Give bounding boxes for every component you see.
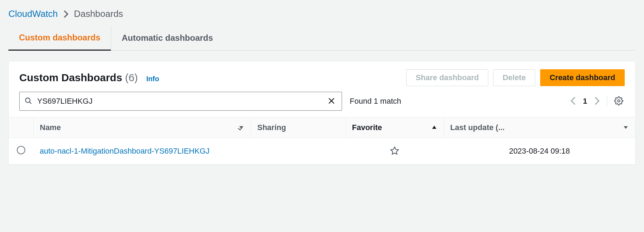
chevron-right-icon — [63, 10, 68, 18]
sort-both-icon — [623, 124, 629, 131]
row-last-update-cell: 2023-08-24 09:18 — [444, 138, 635, 165]
create-dashboard-button[interactable]: Create dashboard — [540, 69, 625, 86]
sort-name-button[interactable] — [237, 124, 244, 131]
column-select — [9, 117, 33, 138]
table-row: auto-nacl-1-MitigationDashboard-YS697LIE… — [9, 138, 635, 165]
sort-asc-icon — [431, 124, 437, 131]
dashboard-name-link[interactable]: auto-nacl-1-MitigationDashboard-YS697LIE… — [40, 147, 209, 155]
svg-point-4 — [618, 99, 620, 102]
row-sharing-cell — [251, 138, 346, 165]
info-link[interactable]: Info — [146, 75, 159, 83]
sort-both-icon — [237, 124, 244, 131]
column-name[interactable]: Name — [33, 117, 251, 138]
favorite-toggle[interactable] — [390, 146, 399, 156]
clear-search-button[interactable] — [326, 96, 337, 107]
panel-title: Custom Dashboards — [19, 72, 122, 84]
table-settings-button[interactable] — [613, 95, 625, 108]
star-outline-icon — [390, 146, 399, 156]
search-icon — [25, 97, 32, 106]
pagination: 1 — [569, 95, 625, 108]
panel-title-row: Custom Dashboards (6) Info — [19, 72, 159, 84]
panel-header: Custom Dashboards (6) Info Share dashboa… — [9, 62, 635, 90]
divider — [607, 96, 607, 107]
svg-line-1 — [29, 102, 32, 104]
breadcrumb: CloudWatch Dashboards — [8, 8, 636, 19]
next-page-button[interactable] — [593, 95, 601, 108]
svg-marker-5 — [391, 147, 398, 154]
sort-last-update-button[interactable] — [623, 124, 629, 131]
column-sharing[interactable]: Sharing — [251, 117, 346, 138]
tab-custom-dashboards[interactable]: Custom dashboards — [8, 26, 111, 51]
column-name-label: Name — [40, 123, 61, 132]
prev-page-button[interactable] — [569, 95, 577, 108]
close-icon — [328, 97, 335, 106]
tabs: Custom dashboards Automatic dashboards — [8, 26, 636, 51]
panel-actions: Share dashboard Delete Create dashboard — [406, 69, 625, 86]
dashboards-table: Name Sharing — [9, 117, 635, 165]
column-last-update-label: Last update (... — [450, 123, 505, 132]
chevron-right-icon — [594, 97, 600, 106]
column-favorite-label: Favorite — [352, 123, 382, 132]
match-count-text: Found 1 match — [350, 97, 401, 106]
column-favorite[interactable]: Favorite — [346, 117, 444, 138]
dashboards-panel: Custom Dashboards (6) Info Share dashboa… — [8, 61, 636, 165]
delete-button[interactable]: Delete — [493, 69, 535, 86]
panel-count: (6) — [125, 72, 138, 84]
breadcrumb-root-link[interactable]: CloudWatch — [8, 8, 58, 19]
page-number: 1 — [583, 97, 587, 106]
search-field-wrapper — [19, 92, 342, 111]
column-sharing-label: Sharing — [257, 123, 286, 132]
tab-automatic-dashboards[interactable]: Automatic dashboards — [111, 26, 223, 50]
sort-favorite-button[interactable] — [431, 124, 437, 131]
gear-icon — [614, 96, 623, 107]
svg-point-0 — [26, 98, 30, 102]
column-last-update[interactable]: Last update (... — [444, 117, 635, 138]
share-dashboard-button[interactable]: Share dashboard — [406, 69, 488, 86]
chevron-left-icon — [570, 97, 576, 106]
filter-row: Found 1 match 1 — [9, 90, 635, 117]
row-select-radio[interactable] — [17, 146, 25, 154]
breadcrumb-current: Dashboards — [74, 8, 123, 19]
search-input[interactable] — [37, 97, 321, 106]
